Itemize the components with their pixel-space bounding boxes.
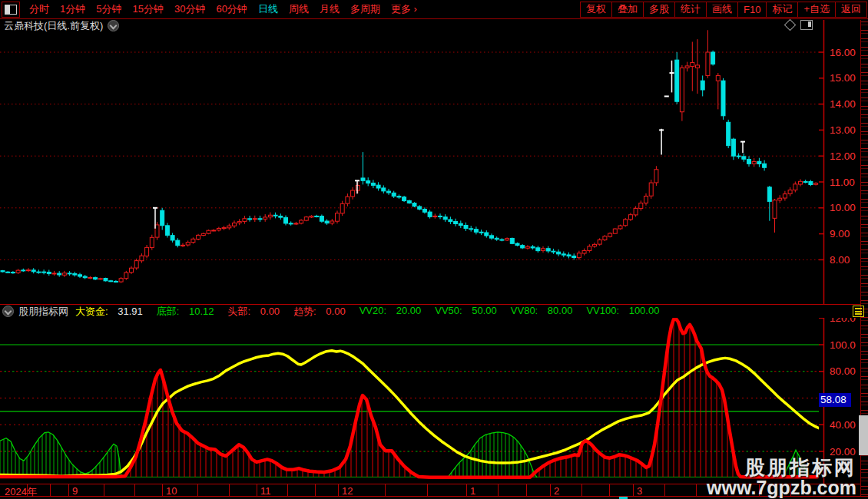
candlestick-chart[interactable]: 16.0015.0014.0013.0012.0011.0010.009.008… (0, 20, 868, 304)
period-button-5分钟[interactable]: 5分钟 (96, 2, 121, 16)
tdx-stock-app: 分时1分钟5分钟15分钟30分钟60分钟日线周线月线多周期更多 › 复权叠加多股… (0, 0, 868, 499)
indicator-item: VV20: 20.00 (359, 305, 429, 319)
period-button-1分钟[interactable]: 1分钟 (60, 2, 85, 16)
axis-tick (550, 484, 551, 496)
period-button-多周期[interactable]: 多周期 (350, 2, 380, 16)
axis-tick (633, 484, 634, 496)
svg-text:8.00: 8.00 (830, 254, 850, 266)
month-label-3: 3 (637, 485, 642, 497)
svg-text:80.00: 80.00 (830, 365, 856, 377)
axis-tick (581, 484, 582, 496)
svg-text:10.00: 10.00 (830, 202, 856, 213)
period-toolbar: 分时1分钟5分钟15分钟30分钟60分钟日线周线月线多周期更多 › 复权叠加多股… (0, 0, 868, 19)
axis-tick (134, 484, 135, 496)
watermark-name: 股朋指标网 (707, 458, 856, 478)
tool-button-统计[interactable]: 统计 (674, 2, 707, 18)
svg-text:16.00: 16.00 (830, 47, 856, 58)
tool-button-复权[interactable]: 复权 (580, 2, 612, 18)
indicator-settings-icon[interactable] (853, 306, 864, 317)
axis-tick (229, 484, 230, 496)
svg-text:11.00: 11.00 (830, 177, 855, 188)
period-button-更多 ›[interactable]: 更多 › (391, 2, 417, 16)
axis-tick (696, 484, 697, 496)
axis-tick (68, 484, 69, 496)
period-button-30分钟[interactable]: 30分钟 (174, 2, 205, 16)
svg-text:15.00: 15.00 (830, 72, 856, 84)
split-view-icon (5, 5, 17, 15)
period-buttons: 分时1分钟5分钟15分钟30分钟60分钟日线周线月线多周期更多 › (29, 2, 417, 16)
axis-tick (50, 484, 51, 496)
period-button-周线[interactable]: 周线 (289, 2, 309, 16)
axis-tick (526, 484, 527, 496)
indicator-item: VV80: 80.00 (511, 305, 580, 319)
month-label-1: 1 (470, 485, 475, 497)
period-button-月线[interactable]: 月线 (320, 2, 340, 16)
axis-tick (315, 484, 316, 496)
tool-button-返回[interactable]: 返回 (835, 2, 867, 18)
indicator-collapse-icon[interactable] (2, 306, 14, 317)
tool-button-多股[interactable]: 多股 (643, 2, 675, 18)
indicator-source-label: 股朋指标网 (18, 305, 68, 319)
tool-button-F10[interactable]: F10 (737, 2, 767, 18)
period-button-分时[interactable]: 分时 (29, 2, 49, 16)
svg-text:12.00: 12.00 (830, 150, 856, 162)
tool-button-画线[interactable]: 画线 (706, 2, 738, 18)
watermark-url: www.7gpzb.com (707, 478, 856, 497)
axis-tick (427, 484, 428, 496)
axis-tick (27, 484, 28, 496)
axis-tick (498, 484, 499, 496)
axis-tick (287, 484, 288, 496)
period-button-60分钟[interactable]: 60分钟 (216, 2, 247, 16)
layout-toggle-button[interactable] (2, 2, 20, 18)
svg-text:13.00: 13.00 (830, 124, 856, 136)
svg-text:9.00: 9.00 (830, 228, 850, 240)
axis-tick (257, 484, 257, 496)
month-label-9: 9 (72, 485, 78, 497)
tool-button-标记[interactable]: 标记 (766, 2, 798, 18)
tool-button-+自选[interactable]: +自选 (797, 2, 836, 18)
axis-tick (664, 484, 665, 496)
month-label-12: 12 (342, 485, 353, 497)
axis-tick (162, 484, 163, 496)
indicator-values: 大资金: 31.91底部: 10.12头部: 0.00趋势: 0.00VV20:… (75, 305, 673, 319)
tool-buttons: 复权叠加多股统计画线F10标记+自选返回 (581, 2, 867, 18)
month-label-11: 11 (260, 485, 271, 497)
period-button-15分钟[interactable]: 15分钟 (132, 2, 163, 16)
axis-tick (609, 484, 610, 496)
axis-tick (338, 484, 339, 496)
svg-text:120.0: 120.0 (830, 318, 856, 324)
month-label-10: 10 (166, 485, 177, 497)
axis-tick (466, 484, 467, 496)
indicator-header: 股朋指标网 大资金: 31.91底部: 10.12头部: 0.00趋势: 0.0… (0, 306, 680, 317)
indicator-item: 大资金: 31.91 (75, 305, 150, 319)
period-button-日线[interactable]: 日线 (258, 2, 278, 16)
axis-tick (197, 484, 198, 496)
axis-tick (385, 484, 386, 496)
indicator-item: 头部: 0.00 (228, 305, 287, 319)
month-label-2: 2 (554, 485, 559, 497)
indicator-item: VV100: 100.00 (586, 305, 666, 319)
axis-value-marker: 58.08 (819, 393, 851, 407)
indicator-item: 趋势: 0.00 (293, 305, 353, 319)
watermark: 股朋指标网 www.7gpzb.com (707, 458, 856, 497)
svg-text:14.00: 14.00 (830, 98, 856, 110)
svg-text:40.00: 40.00 (830, 419, 856, 431)
indicator-item: VV50: 50.00 (435, 305, 504, 319)
svg-text:100.0: 100.0 (830, 339, 856, 351)
axis-tick (104, 484, 104, 496)
right-toolbar-fragment (859, 415, 868, 455)
indicator-item: 底部: 10.12 (157, 305, 221, 319)
tool-button-叠加[interactable]: 叠加 (611, 2, 644, 18)
